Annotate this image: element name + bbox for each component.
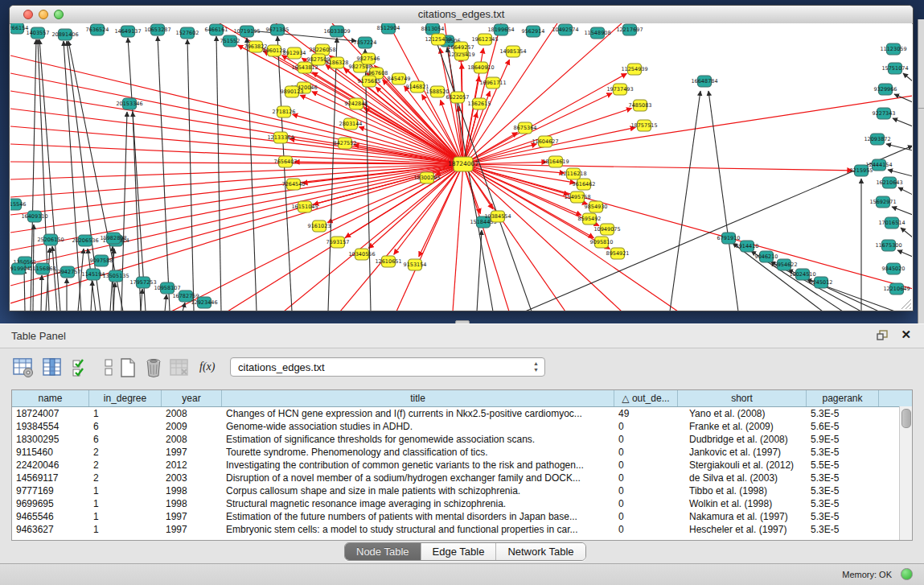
graph-node-label: 14985354 (499, 48, 526, 55)
graph-node-label: 9827546 (357, 56, 380, 62)
table-row[interactable]: 977716911998Corpus callosum shape and si… (12, 484, 912, 497)
table-cell: 18724007 (12, 407, 89, 420)
window-resize-grip[interactable] (901, 299, 911, 309)
table-row[interactable]: 2242004622012Investigating the contribut… (12, 459, 912, 472)
new-column-icon[interactable] (117, 357, 138, 378)
graph-edge (453, 164, 463, 311)
table-row[interactable]: 1456911722003Disruption of a novel membe… (12, 472, 912, 484)
table-cell: 22420046 (12, 459, 89, 472)
table-row[interactable]: 1938455462009Genome-wide association stu… (12, 420, 912, 433)
graph-node-label: 13505135 (102, 273, 129, 279)
table-row[interactable]: 1830029562008Estimation of significance … (12, 433, 912, 446)
graph-node-label: 7485083 (629, 102, 652, 109)
graph-node-label: 17016514 (878, 220, 905, 226)
graph-node-label: 9245012 (810, 279, 833, 286)
table-row[interactable]: 946554611997Estimation of the future num… (12, 510, 912, 523)
column-header-3[interactable]: title (222, 390, 614, 406)
column-header-0[interactable]: name (12, 390, 89, 406)
graph-node-label: 9227343 (873, 110, 896, 117)
table-cell: 5.3E-5 (807, 472, 879, 484)
graph-node-label: 10340556 (348, 251, 375, 257)
column-header-4[interactable]: △ out_de... (614, 390, 678, 406)
graph-edge (216, 36, 221, 311)
graph-node-label: 9845020 (882, 266, 906, 272)
graph-node-label: 16961711 (479, 80, 506, 86)
graph-node-label: 12942757 (54, 269, 80, 275)
graph-node-label: 8954921 (606, 250, 630, 257)
show-columns-icon[interactable] (42, 357, 63, 378)
tab-network-table[interactable]: Network Table (496, 543, 585, 560)
table-cell: 0 (614, 459, 678, 472)
graph-node-label: 9671385 (266, 27, 290, 33)
delete-table-icon-disabled (169, 357, 190, 378)
graph-node-label: 11675300 (875, 242, 901, 249)
graph-node-label: 12610651 (375, 258, 401, 265)
table-cell: 14569117 (12, 472, 89, 484)
table-cell: Yano et al. (2008) (678, 407, 807, 420)
table-settings-icon[interactable] (13, 357, 34, 378)
graph-node-label: 12923446 (191, 299, 217, 306)
table-row[interactable]: 1872400712008Changes of HCN gene express… (12, 407, 912, 420)
graph-node-label: 9562914 (522, 28, 545, 35)
select-all-icon[interactable] (71, 357, 92, 378)
graph-edge (670, 91, 700, 311)
float-panel-icon[interactable] (877, 330, 889, 340)
table-body: 1872400712008Changes of HCN gene express… (12, 407, 912, 536)
graph-node-label: 10492574 (552, 27, 578, 33)
graph-node-label: 20153346 (116, 101, 142, 107)
table-cell: Investigating the contribution of common… (222, 459, 614, 472)
table-cell: 5.3E-5 (807, 510, 879, 523)
column-header-1[interactable]: in_degree (89, 390, 162, 406)
graph-node-label: 18640910 (467, 64, 494, 71)
table-cell: 0 (614, 523, 678, 536)
delete-column-icon[interactable] (143, 357, 164, 378)
table-cell: 5.9E-5 (807, 433, 879, 446)
graph-node-label: 8215955 (850, 167, 873, 174)
background-window-edge (918, 19, 924, 323)
table-cell: 2 (89, 472, 162, 484)
graph-edge (888, 170, 912, 176)
graph-node-label: 20206536 (72, 237, 98, 244)
status-bar: Memory: OK (0, 563, 924, 585)
graph-node-label: 7636524 (86, 27, 109, 33)
graph-edge (183, 303, 185, 311)
tab-node-table[interactable]: Node Table (345, 543, 421, 560)
table-select-combobox[interactable]: citations_edges.txt ▲▼ (230, 357, 545, 377)
table-row[interactable]: 946362711997Embryonic stem cells: a mode… (12, 523, 912, 536)
table-panel: Table Panel ✕ (0, 323, 924, 563)
scrollbar-thumb[interactable] (901, 409, 911, 428)
table-cell: 9699695 (12, 497, 89, 510)
close-panel-icon[interactable]: ✕ (901, 328, 911, 341)
graph-edge (128, 38, 146, 311)
unselect-all-icon[interactable] (98, 357, 119, 378)
graph-node-label: 12125439 (425, 36, 451, 43)
tab-edge-table[interactable]: Edge Table (421, 543, 497, 560)
graph-node-label: 10024510 (789, 271, 815, 278)
graph-node-label: 16033809 (323, 28, 350, 35)
graph-node-label: 9046210 (755, 253, 778, 260)
column-header-2[interactable]: year (162, 390, 222, 406)
graph-node-label: 16649257 (447, 44, 474, 51)
window-titlebar[interactable]: citations_edges.txt (10, 6, 913, 24)
table-cell: 0 (614, 420, 678, 433)
table-cell: Dudbridge et al. (2008) (678, 433, 807, 446)
network-graph[interactable]: 9266154140355720891406763652414649137106… (10, 23, 912, 311)
graph-node-label: 2718126 (273, 109, 296, 115)
table-cell: de Silva et al. (2003) (678, 472, 807, 484)
graph-edge (463, 164, 678, 311)
graph-node-label: 6791910 (717, 235, 741, 241)
network-view-canvas[interactable]: 9266154140355720891406763652414649137106… (10, 23, 912, 311)
graph-node-label: 12093872 (864, 136, 890, 142)
graph-edge (892, 207, 912, 215)
column-header-6[interactable]: pagerank (807, 390, 879, 406)
table-row[interactable]: 969969511998Structural magnetic resonanc… (12, 497, 912, 510)
graph-node-label: 10958107 (154, 285, 180, 291)
function-builder-icon[interactable]: f(x) (199, 360, 215, 373)
table-vertical-scrollbar[interactable] (899, 406, 912, 540)
table-toolbar: f(x) citations_edges.txt ▲▼ (0, 349, 924, 386)
table-row[interactable]: 911546021997Tourette syndrome. Phenomeno… (12, 446, 912, 459)
column-header-5[interactable]: short (678, 390, 807, 406)
table-cell: 2008 (162, 407, 222, 420)
graph-node-label: 8454749 (388, 76, 411, 82)
graph-node-label: 19612345 (471, 36, 498, 43)
